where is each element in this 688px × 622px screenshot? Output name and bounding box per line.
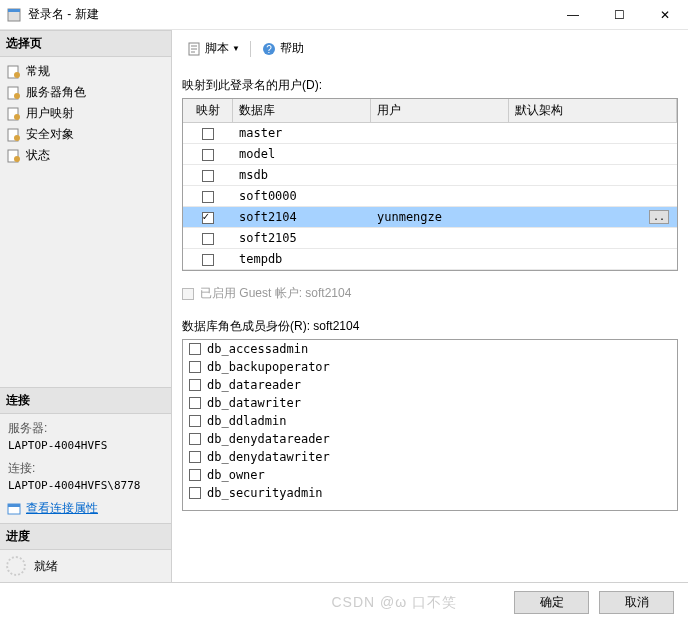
role-checkbox[interactable] <box>189 361 201 373</box>
role-item[interactable]: db_datareader <box>183 376 677 394</box>
table-row[interactable]: soft2104yunmengze.. <box>183 207 677 228</box>
connection-header: 连接 <box>0 387 171 414</box>
script-icon <box>186 41 202 57</box>
guest-enabled-row: 已启用 Guest 帐户: soft2104 <box>182 271 678 308</box>
guest-checkbox <box>182 288 194 300</box>
map-checkbox[interactable] <box>202 149 214 161</box>
role-item[interactable]: db_ddladmin <box>183 412 677 430</box>
svg-point-5 <box>14 93 20 99</box>
select-page-header: 选择页 <box>0 30 171 57</box>
role-checkbox[interactable] <box>189 379 201 391</box>
toolbar: 脚本 ▼ ? 帮助 <box>182 38 678 67</box>
page-icon <box>6 127 22 143</box>
server-value: LAPTOP-4004HVFS <box>2 439 169 458</box>
close-button[interactable]: ✕ <box>642 0 688 30</box>
role-checkbox[interactable] <box>189 415 201 427</box>
col-database[interactable]: 数据库 <box>233 99 371 122</box>
map-checkbox[interactable] <box>202 233 214 245</box>
footer: CSDN @ω 口不笑 确定 取消 <box>0 582 688 622</box>
role-item[interactable]: db_denydatareader <box>183 430 677 448</box>
page-icon <box>6 148 22 164</box>
svg-point-11 <box>14 156 20 162</box>
minimize-button[interactable]: — <box>550 0 596 30</box>
sidebar-item-1[interactable]: 服务器角色 <box>2 82 169 103</box>
sidebar-item-2[interactable]: 用户映射 <box>2 103 169 124</box>
svg-rect-1 <box>8 9 20 12</box>
map-checkbox[interactable] <box>202 254 214 266</box>
script-button[interactable]: 脚本 ▼ <box>182 38 244 59</box>
table-row[interactable]: msdb <box>183 165 677 186</box>
conn-label: 连接: <box>2 458 169 479</box>
guest-label: 已启用 Guest 帐户: soft2104 <box>200 285 351 302</box>
col-map[interactable]: 映射 <box>183 99 233 122</box>
svg-text:?: ? <box>266 44 272 55</box>
table-row[interactable]: tempdb <box>183 249 677 270</box>
table-row[interactable]: master <box>183 123 677 144</box>
svg-point-3 <box>14 72 20 78</box>
chevron-down-icon: ▼ <box>232 44 240 53</box>
progress-status: 就绪 <box>34 558 58 575</box>
left-panel: 选择页 常规服务器角色用户映射安全对象状态 连接 服务器: LAPTOP-400… <box>0 30 172 582</box>
map-checkbox[interactable] <box>202 128 214 140</box>
help-button[interactable]: ? 帮助 <box>257 38 308 59</box>
role-checkbox[interactable] <box>189 469 201 481</box>
roles-label: 数据库角色成员身份(R): soft2104 <box>182 308 678 339</box>
svg-point-9 <box>14 135 20 141</box>
table-row[interactable]: soft0000 <box>183 186 677 207</box>
col-user[interactable]: 用户 <box>371 99 509 122</box>
role-checkbox[interactable] <box>189 433 201 445</box>
sidebar-item-0[interactable]: 常规 <box>2 61 169 82</box>
col-schema[interactable]: 默认架构 <box>509 99 677 122</box>
view-connection-properties[interactable]: 查看连接属性 <box>26 500 98 517</box>
conn-value: LAPTOP-4004HVFS\8778 <box>2 479 169 498</box>
role-item[interactable]: db_denydatawriter <box>183 448 677 466</box>
watermark: CSDN @ω 口不笑 <box>331 594 457 612</box>
page-icon <box>6 85 22 101</box>
role-checkbox[interactable] <box>189 451 201 463</box>
role-item[interactable]: db_datawriter <box>183 394 677 412</box>
page-icon <box>6 106 22 122</box>
role-checkbox[interactable] <box>189 487 201 499</box>
role-item[interactable]: db_owner <box>183 466 677 484</box>
role-item[interactable]: db_securityadmin <box>183 484 677 502</box>
sidebar-item-4[interactable]: 状态 <box>2 145 169 166</box>
svg-rect-13 <box>8 504 20 507</box>
ok-button[interactable]: 确定 <box>514 591 589 614</box>
properties-icon <box>6 501 22 517</box>
browse-button[interactable]: .. <box>649 210 669 224</box>
sidebar-item-3[interactable]: 安全对象 <box>2 124 169 145</box>
role-checkbox[interactable] <box>189 343 201 355</box>
maximize-button[interactable]: ☐ <box>596 0 642 30</box>
role-item[interactable]: db_backupoperator <box>183 358 677 376</box>
role-item[interactable]: db_accessadmin <box>183 340 677 358</box>
window-title: 登录名 - 新建 <box>28 6 550 23</box>
cancel-button[interactable]: 取消 <box>599 591 674 614</box>
server-label: 服务器: <box>2 418 169 439</box>
mapping-grid: 映射 数据库 用户 默认架构 mastermodelmsdbsoft0000so… <box>182 98 678 271</box>
table-row[interactable]: model <box>183 144 677 165</box>
map-checkbox[interactable] <box>202 212 214 224</box>
help-icon: ? <box>261 41 277 57</box>
app-icon <box>6 7 22 23</box>
map-checkbox[interactable] <box>202 191 214 203</box>
page-icon <box>6 64 22 80</box>
map-checkbox[interactable] <box>202 170 214 182</box>
role-checkbox[interactable] <box>189 397 201 409</box>
roles-listbox[interactable]: db_accessadmindb_backupoperatordb_datare… <box>182 339 678 511</box>
svg-point-7 <box>14 114 20 120</box>
titlebar: 登录名 - 新建 — ☐ ✕ <box>0 0 688 30</box>
right-panel: 脚本 ▼ ? 帮助 映射到此登录名的用户(D): 映射 数据库 用户 默认架构 … <box>172 30 688 582</box>
progress-spinner-icon <box>6 556 26 576</box>
progress-header: 进度 <box>0 523 171 550</box>
mapping-label: 映射到此登录名的用户(D): <box>182 67 678 98</box>
table-row[interactable]: soft2105 <box>183 228 677 249</box>
